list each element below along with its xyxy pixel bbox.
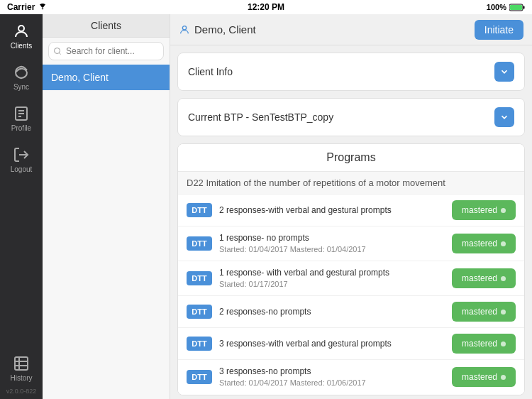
program-info-6: 3 responses-no prompts Started: 01/04/20… — [219, 366, 445, 388]
sidebar-item-logout[interactable]: Logout — [0, 138, 43, 179]
mastered-dot-5 — [501, 341, 506, 346]
mastered-button-6[interactable]: mastered — [452, 367, 516, 387]
client-list-item[interactable]: Demo, Client — [43, 65, 170, 90]
client-panel: Clients Demo, Client — [43, 14, 170, 399]
client-info-chevron — [494, 62, 514, 82]
mastered-button-2[interactable]: mastered — [452, 234, 516, 253]
dtt-badge-1: DTT — [187, 203, 212, 217]
svg-rect-9 — [15, 357, 28, 370]
current-btp-chevron — [494, 107, 514, 127]
mastered-dot-1 — [501, 208, 506, 213]
profile-icon — [13, 105, 30, 122]
mastered-button-3[interactable]: mastered — [452, 268, 516, 288]
current-btp-accordion-header[interactable]: Current BTP - SenTestBTP_copy — [178, 99, 524, 136]
svg-point-3 — [18, 26, 24, 31]
svg-point-13 — [182, 26, 186, 29]
version-label: v2.0.0-822 — [6, 388, 37, 399]
program-group-d22: D22 Imitation of the number of repetitio… — [178, 171, 524, 194]
programs-section: Programs D22 Imitation of the number of … — [177, 143, 525, 395]
program-item-3: DTT 1 response- with verbal and gestural… — [178, 261, 524, 295]
mastered-dot-6 — [501, 375, 506, 380]
top-bar: Demo, Client Initiate — [170, 14, 532, 45]
program-item-1: DTT 2 responses-with verbal and gestural… — [178, 194, 524, 226]
logout-icon — [13, 146, 30, 163]
status-bar: Carrier 12:20 PM 100% — [0, 0, 532, 14]
program-info-1: 2 responses-with verbal and gestural pro… — [219, 204, 445, 217]
top-bar-title: Demo, Client — [179, 23, 256, 35]
status-time: 12:20 PM — [248, 2, 284, 12]
sidebar-item-sync[interactable]: Sync — [0, 55, 43, 97]
dtt-badge-4: DTT — [187, 305, 212, 319]
main-content: Demo, Client Initiate Client Info — [170, 14, 532, 399]
status-carrier: Carrier — [7, 2, 48, 12]
app-container: Clients Sync Profile Logout — [0, 14, 532, 399]
client-search-container — [43, 38, 170, 65]
sidebar-item-clients[interactable]: Clients — [0, 14, 43, 55]
program-info-5: 3 responses-with verbal and gestural pro… — [219, 338, 445, 350]
chevron-down-icon — [499, 67, 509, 77]
status-battery: 100% — [487, 3, 525, 11]
dtt-badge-5: DTT — [187, 337, 212, 351]
mastered-dot-2 — [501, 241, 506, 246]
client-info-accordion: Client Info — [177, 53, 525, 91]
client-panel-header: Clients — [43, 14, 170, 38]
program-info-3: 1 response- with verbal and gestural pro… — [219, 267, 445, 290]
client-icon — [179, 24, 190, 35]
client-info-accordion-header[interactable]: Client Info — [178, 53, 524, 90]
dtt-badge-2: DTT — [187, 236, 212, 251]
dtt-badge-3: DTT — [187, 271, 212, 285]
mastered-dot-3 — [501, 276, 506, 281]
clients-icon — [13, 23, 30, 40]
history-icon — [13, 355, 30, 372]
program-info-4: 2 responses-no prompts — [219, 306, 445, 318]
svg-rect-1 — [510, 5, 522, 10]
program-info-2: 1 response- no prompts Started: 01/04/20… — [219, 232, 445, 255]
program-item-2: DTT 1 response- no prompts Started: 01/0… — [178, 226, 524, 261]
sidebar: Clients Sync Profile Logout — [0, 14, 43, 399]
battery-icon — [509, 4, 525, 11]
mastered-button-4[interactable]: mastered — [452, 302, 516, 322]
current-btp-accordion: Current BTP - SenTestBTP_copy — [177, 98, 525, 136]
sync-icon — [13, 64, 30, 81]
chevron-down-icon-2 — [499, 112, 509, 122]
dtt-badge-6: DTT — [187, 370, 212, 384]
mastered-button-5[interactable]: mastered — [452, 334, 516, 354]
scroll-area[interactable]: Client Info Current BTP - SenTestBTP_cop… — [170, 45, 532, 399]
sidebar-item-history[interactable]: History — [0, 346, 43, 388]
mastered-button-1[interactable]: mastered — [452, 200, 516, 220]
wifi-icon — [38, 4, 48, 11]
program-item-6: DTT 3 responses-no prompts Started: 01/0… — [178, 359, 524, 394]
svg-rect-2 — [523, 6, 525, 9]
programs-title: Programs — [178, 144, 524, 171]
program-item-4: DTT 2 responses-no prompts mastered — [178, 295, 524, 327]
mastered-dot-4 — [501, 310, 506, 315]
sidebar-item-profile[interactable]: Profile — [0, 97, 43, 138]
initiate-button[interactable]: Initiate — [475, 20, 523, 40]
program-item-5: DTT 3 responses-with verbal and gestural… — [178, 327, 524, 359]
client-search-input[interactable] — [48, 42, 164, 60]
